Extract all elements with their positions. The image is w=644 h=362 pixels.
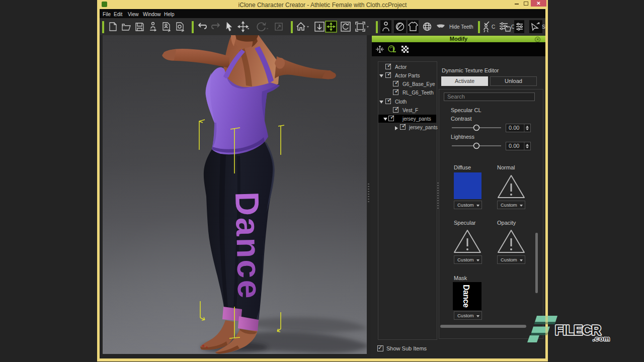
svg-text:Dance: Dance xyxy=(462,285,470,308)
svg-text:Hide Teeth: Hide Teeth xyxy=(449,24,473,30)
svg-text:Dance: Dance xyxy=(228,191,269,299)
svg-text:C: C xyxy=(492,24,495,30)
svg-text:.com: .com xyxy=(593,335,610,342)
svg-text:S: S xyxy=(542,24,545,30)
